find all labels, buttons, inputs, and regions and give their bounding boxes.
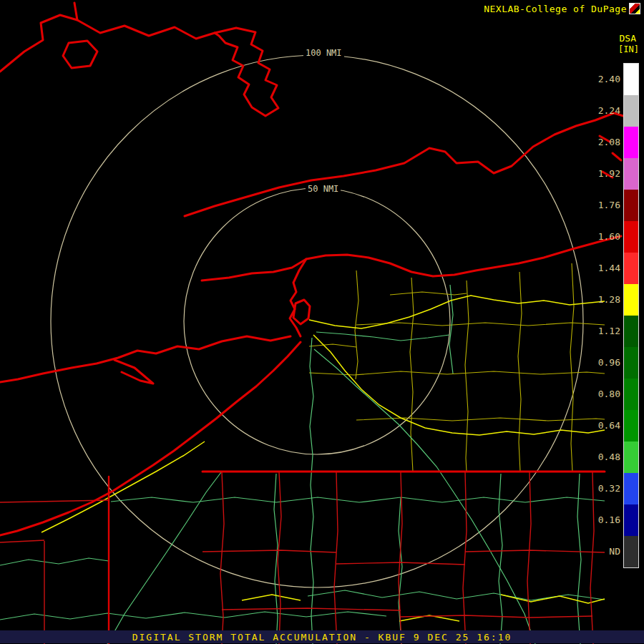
- legend-swatch: [624, 127, 638, 158]
- status-bar: DIGITAL STORM TOTAL ACCUMULATION - KBUF …: [0, 630, 644, 643]
- legend-value: 1.92: [587, 157, 620, 189]
- legend-labels: 2.402.242.081.921.761.601.441.281.120.96…: [587, 63, 620, 567]
- legend-value: 2.40: [587, 63, 620, 94]
- legend-value: 2.08: [587, 126, 620, 157]
- legend-value: 1.28: [587, 283, 620, 315]
- legend-value: 2.24: [587, 94, 620, 126]
- legend-value: 1.76: [587, 189, 620, 220]
- legend-swatch: [624, 379, 638, 410]
- legend-swatch: [624, 504, 638, 536]
- legend-color-bar: [623, 63, 639, 568]
- legend-swatch: [624, 221, 638, 253]
- legend-swatch: [624, 284, 638, 316]
- roads-green: [0, 285, 605, 644]
- range-ring-label-50: 50 NMI: [306, 184, 341, 194]
- roads-yellow: [42, 296, 605, 621]
- range-ring-label-100: 100 NMI: [303, 48, 344, 58]
- legend-swatch: [624, 473, 638, 504]
- legend-swatch: [624, 95, 638, 127]
- legend-value: ND: [587, 535, 620, 567]
- legend-value: 1.60: [587, 220, 620, 252]
- legend-swatch: [624, 441, 638, 473]
- legend-swatch: [624, 536, 638, 567]
- legend-value: 0.48: [587, 441, 620, 472]
- legend-swatch: [624, 253, 638, 284]
- legend-value: 1.12: [587, 315, 620, 346]
- state-borders: [0, 3, 625, 644]
- legend-swatch: [624, 316, 638, 347]
- legend-swatch: [624, 64, 638, 95]
- legend-value: 0.32: [587, 472, 620, 504]
- legend-value: 1.44: [587, 252, 620, 283]
- legend-value: 0.64: [587, 409, 620, 441]
- product-units-label: [IN]: [618, 44, 639, 54]
- legend-swatch: [624, 347, 638, 379]
- legend-swatch: [624, 410, 638, 441]
- product-code-label: DSA: [620, 33, 636, 44]
- legend-value: 0.96: [587, 346, 620, 378]
- legend-swatch: [624, 190, 638, 221]
- legend-value: 0.80: [587, 378, 620, 409]
- radar-screen: 100 NMI 50 NMI NEXLAB-College of DuPage …: [0, 0, 644, 644]
- cod-logo-icon: [629, 3, 640, 14]
- legend-value: 0.16: [587, 504, 620, 535]
- legend-swatch: [624, 158, 638, 190]
- product-title: DIGITAL STORM TOTAL ACCUMULATION - KBUF …: [132, 632, 512, 643]
- radar-map: [0, 0, 644, 644]
- brand-text: NEXLAB-College of DuPage: [484, 4, 627, 14]
- county-lines-yellow: [309, 263, 605, 472]
